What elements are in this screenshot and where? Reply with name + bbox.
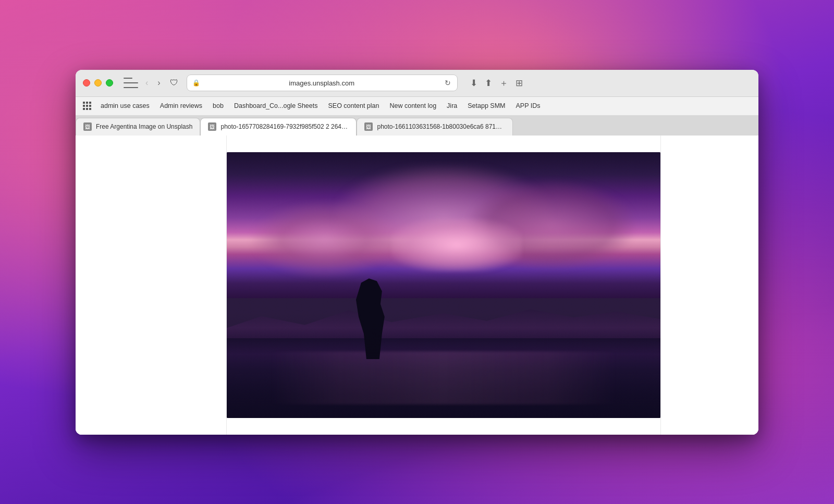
sidebar-panel <box>76 136 227 435</box>
tab-2-favicon: 🖼 <box>208 122 216 131</box>
forward-button[interactable]: › <box>155 78 162 88</box>
main-content <box>227 136 660 435</box>
tab-3[interactable]: 🖼 photo-1661103631568-1b80030e6ca6 871×5… <box>357 118 513 136</box>
maximize-button[interactable] <box>106 79 113 87</box>
bookmark-admin-use-cases[interactable]: admin use cases <box>96 101 154 111</box>
bookmark-bob[interactable]: bob <box>208 101 228 111</box>
tab-1[interactable]: 🖼 Free Argentina Image on Unsplash <box>76 118 200 136</box>
tab-3-favicon: 🖼 <box>364 122 373 131</box>
close-button[interactable] <box>83 79 90 87</box>
bookmark-jira[interactable]: Jira <box>443 101 461 111</box>
bookmark-app-ids[interactable]: APP IDs <box>512 101 545 111</box>
photo-display <box>227 152 660 418</box>
tabs-bar: 🖼 Free Argentina Image on Unsplash 🖼 pho… <box>76 116 758 136</box>
sidebar-toggle-button[interactable] <box>124 78 138 88</box>
tab-1-favicon: 🖼 <box>83 122 92 131</box>
tab-1-title: Free Argentina Image on Unsplash <box>96 123 192 130</box>
titlebar: ‹ › 🛡 🔒 images.unsplash.com ↻ ⬇ ⬆ ＋ ⊞ <box>76 70 758 97</box>
grid-view-icon[interactable]: ⊞ <box>516 78 523 89</box>
lock-icon: 🔒 <box>192 79 200 87</box>
bookmark-dashboard-google-sheets[interactable]: Dashboard_Co...ogle Sheets <box>230 101 322 111</box>
right-panel <box>660 136 758 435</box>
minimize-button[interactable] <box>94 79 102 87</box>
bookmark-seo-content-plan[interactable]: SEO content plan <box>324 101 383 111</box>
bookmark-setapp-smm[interactable]: Setapp SMM <box>463 101 509 111</box>
toolbar-right: ⬇ ⬆ ＋ ⊞ <box>470 77 523 89</box>
new-tab-icon[interactable]: ＋ <box>499 77 508 89</box>
share-icon[interactable]: ⬆ <box>485 78 492 89</box>
tab-2-title: photo-1657708284169-7932f985f502 2 264x2… <box>220 123 349 130</box>
bookmark-new-content-log[interactable]: New content log <box>385 101 440 111</box>
reload-button[interactable]: ↻ <box>444 78 452 88</box>
shield-icon: 🛡 <box>170 78 178 88</box>
apps-launcher-icon[interactable] <box>83 102 91 110</box>
bookmark-admin-reviews[interactable]: Admin reviews <box>156 101 206 111</box>
address-bar[interactable]: 🔒 images.unsplash.com ↻ <box>187 75 458 91</box>
back-button[interactable]: ‹ <box>143 78 150 88</box>
tab-2[interactable]: 🖼 photo-1657708284169-7932f985f502 2 264… <box>200 118 357 136</box>
browser-window: ‹ › 🛡 🔒 images.unsplash.com ↻ ⬇ ⬆ ＋ ⊞ ad… <box>76 70 758 435</box>
download-icon[interactable]: ⬇ <box>470 78 477 89</box>
url-text: images.unsplash.com <box>203 79 440 87</box>
tab-3-title: photo-1661103631568-1b80030e6ca6 871×580… <box>377 123 505 130</box>
content-area <box>76 136 758 435</box>
traffic-lights <box>83 79 113 87</box>
photo-overlay <box>227 152 660 418</box>
bookmarks-bar: admin use cases Admin reviews bob Dashbo… <box>76 97 758 116</box>
